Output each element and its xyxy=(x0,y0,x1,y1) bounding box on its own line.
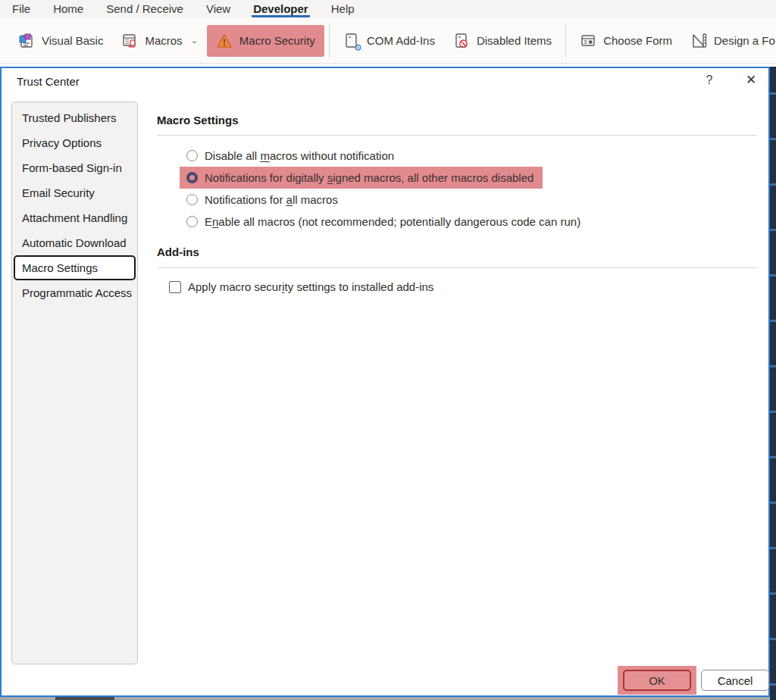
macros-icon xyxy=(121,33,138,49)
visual-basic-label: Visual Basic xyxy=(42,34,103,47)
design-form-label: Design a Fo xyxy=(714,34,775,47)
checkbox-icon[interactable] xyxy=(169,281,181,293)
radio-option-digitally-signed[interactable]: Notifications for digitally signed macro… xyxy=(180,167,543,189)
macro-security-label: Macro Security xyxy=(239,34,315,47)
radio-icon[interactable] xyxy=(186,194,198,205)
ok-button[interactable]: OK xyxy=(623,670,691,691)
choose-form-label: Choose Form xyxy=(603,34,672,47)
radio-selected-icon[interactable] xyxy=(186,172,198,183)
ribbon-separator xyxy=(329,24,330,58)
addins-heading: Add-ins xyxy=(157,245,199,258)
macro-options-group: Disable all macros without notification … xyxy=(157,145,763,233)
disabled-items-button[interactable]: Disabled Items xyxy=(444,25,561,57)
design-form-button[interactable]: Design a Fo xyxy=(681,25,776,57)
menu-view[interactable]: View xyxy=(205,2,232,17)
choose-form-icon xyxy=(580,33,596,49)
com-addins-button[interactable]: ⚙ COM Add-Ins xyxy=(334,25,444,57)
sidebar-item-form-based-sign-in[interactable]: Form-based Sign-in xyxy=(12,155,137,180)
menu-home[interactable]: Home xyxy=(52,2,85,17)
menu-bar: File Home Send / Receive View Developer … xyxy=(0,0,776,18)
sidebar-item-email-security[interactable]: Email Security xyxy=(12,180,137,205)
radio-label: Enable all macros (not recommended; pote… xyxy=(205,215,580,228)
radio-option-all-macros[interactable]: Notifications for all macros xyxy=(180,189,347,211)
apply-macro-security-checkbox-row[interactable]: Apply macro security settings to install… xyxy=(157,280,433,293)
design-form-icon xyxy=(690,33,707,49)
radio-label: Notifications for digitally signed macro… xyxy=(205,171,534,184)
sidebar-item-attachment-handling[interactable]: Attachment Handling xyxy=(12,205,137,230)
radio-option-enable-all[interactable]: Enable all macros (not recommended; pote… xyxy=(180,211,590,233)
macros-button[interactable]: Macros ⌄ xyxy=(112,25,206,57)
sidebar-item-trusted-publishers[interactable]: Trusted Publishers xyxy=(12,105,137,130)
choose-form-button[interactable]: Choose Form xyxy=(571,25,681,57)
sidebar-item-macro-settings[interactable]: Macro Settings xyxy=(14,255,136,280)
radio-icon[interactable] xyxy=(186,150,198,161)
radio-label: Disable all macros without notification xyxy=(205,149,394,162)
com-addins-icon: ⚙ xyxy=(343,33,360,49)
sidebar-item-automatic-download[interactable]: Automatic Download xyxy=(12,230,137,255)
section-divider xyxy=(157,135,757,136)
disabled-items-label: Disabled Items xyxy=(477,34,552,47)
background-app-strip xyxy=(770,67,776,700)
menu-help[interactable]: Help xyxy=(330,2,356,17)
radio-icon[interactable] xyxy=(186,216,198,227)
section-divider xyxy=(157,267,757,268)
com-addins-label: COM Add-Ins xyxy=(367,34,435,47)
visual-basic-button[interactable]: Visual Basic xyxy=(9,25,112,57)
menu-developer[interactable]: Developer xyxy=(252,2,310,17)
sidebar-item-programmatic-access[interactable]: Programmatic Access xyxy=(12,280,137,305)
ok-annotation-highlight: OK xyxy=(618,666,696,695)
close-icon[interactable]: ✕ xyxy=(741,72,761,88)
macro-settings-heading: Macro Settings xyxy=(157,114,239,127)
ribbon-toolbar: Visual Basic Macros ⌄ Macro Security xyxy=(0,18,776,64)
macros-label: Macros xyxy=(145,34,182,47)
ribbon-separator xyxy=(565,24,566,58)
chevron-down-icon: ⌄ xyxy=(191,36,198,45)
cancel-button[interactable]: Cancel xyxy=(701,670,769,691)
sidebar-item-privacy-options[interactable]: Privacy Options xyxy=(12,130,137,155)
trust-center-sidebar: Trusted Publishers Privacy Options Form-… xyxy=(11,102,138,664)
radio-option-disable-all[interactable]: Disable all macros without notification xyxy=(180,145,403,167)
disabled-items-icon xyxy=(453,33,470,49)
warning-triangle-icon xyxy=(216,33,233,49)
macro-security-button[interactable]: Macro Security xyxy=(207,25,324,57)
visual-basic-icon xyxy=(18,33,35,49)
gear-icon: ⚙ xyxy=(354,43,362,52)
checkbox-label: Apply macro security settings to install… xyxy=(188,280,433,293)
menu-file[interactable]: File xyxy=(11,2,32,17)
background-fragment xyxy=(55,697,114,700)
dialog-title: Trust Center xyxy=(17,75,80,88)
background-app-strip xyxy=(0,697,770,700)
help-button[interactable]: ? xyxy=(700,73,718,87)
trust-center-dialog: Trust Center ? ✕ Trusted Publishers Priv… xyxy=(0,67,770,697)
radio-label: Notifications for all macros xyxy=(205,193,338,206)
menu-send-receive[interactable]: Send / Receive xyxy=(105,2,185,17)
